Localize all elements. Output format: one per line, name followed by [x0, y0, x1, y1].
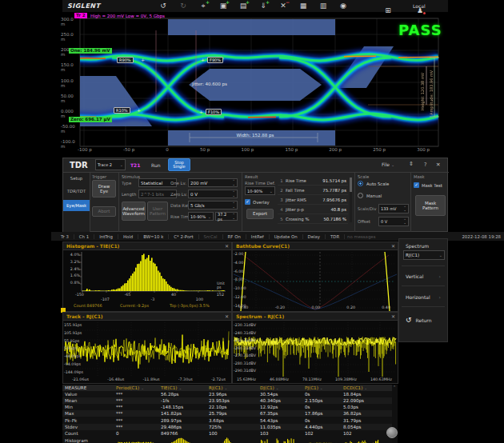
scale-div-stepper[interactable]: 133 mV ⌃⌄	[378, 204, 409, 214]
y-tick: -94.09ps	[64, 362, 83, 366]
stepper-arrows-icon[interactable]: ⌃⌄	[232, 214, 235, 218]
resize-icon[interactable]: ⇕	[409, 161, 414, 167]
return-button[interactable]: ↺ Return	[399, 314, 447, 325]
result-scrollbar[interactable]	[350, 178, 352, 222]
one-level-stepper[interactable]: 200 mV ⌃⌄	[188, 178, 238, 187]
y-tick: -2.00	[234, 252, 246, 256]
screenshot-icon[interactable]: ◉	[337, 1, 350, 10]
r90-marker: R90%	[117, 57, 134, 63]
column-header[interactable]: DCD(C1)⌄	[341, 385, 392, 390]
rise-time-def-select[interactable]: 10-90% ⌄	[188, 212, 214, 221]
result-group-label: Result	[245, 174, 258, 179]
run-button[interactable]: Run	[151, 162, 161, 168]
sidebar-item-horizontal[interactable]: Horizontal ›	[399, 292, 447, 301]
local-button[interactable]: Local	[413, 3, 426, 9]
abort-button[interactable]: Abort	[92, 206, 116, 217]
r10-cross: +	[137, 107, 141, 113]
close-icon[interactable]: ✕	[391, 313, 398, 319]
bathtub-panel-header: Bathtube Curve(C1) ✕	[232, 241, 398, 250]
add-trace-icon[interactable]: ▣ +	[217, 1, 230, 10]
user-pattern-button[interactable]: User Pattern	[147, 202, 168, 221]
overlay-checkbox[interactable]: ✓	[245, 199, 250, 205]
import-icon[interactable]: ⇓ +	[257, 1, 270, 10]
eye-x-tick: 100 p	[241, 147, 254, 152]
redo-icon[interactable]: ↻	[177, 1, 190, 10]
drag-handle-button[interactable]	[386, 427, 398, 438]
close-icon[interactable]: ✕	[225, 313, 231, 319]
help-icon[interactable]: ?	[424, 162, 426, 168]
status-item: IntTrig	[94, 234, 118, 239]
spectrum-x-axis: 15.63MHz46.88MHz78.13MHz109.38MHz140.63M…	[237, 377, 392, 381]
chevron-down-icon: ⌄	[391, 162, 394, 167]
stepper-arrows-icon[interactable]: ⌃⌄	[232, 191, 235, 196]
auto-scale-radio[interactable]	[358, 181, 363, 186]
mask-test-checkbox[interactable]: ✓	[414, 182, 419, 188]
scroll-up-icon[interactable]: ⌃	[393, 385, 396, 389]
chevron-down-icon: ⌄	[141, 386, 144, 390]
close-icon[interactable]: ✕	[436, 162, 440, 168]
stop-single-button[interactable]: Stop Single	[168, 158, 190, 171]
histogram-current: Current:-9.2ps	[120, 303, 149, 308]
x-tick: -0.40	[238, 305, 248, 309]
measure-row: Min *** -148.15ps 22.10ps 12.92ps 0s 5.0…	[62, 404, 392, 410]
eye-y-tick: 150.0 m	[61, 62, 78, 72]
tdr-dialog: TDR Trace 2 ⌄ T21 Run Stop Single File ⌄…	[62, 158, 448, 232]
rise-time-stepper[interactable]: 37.2 ps ⌃⌄	[215, 212, 238, 221]
param-label[interactable]: T21	[130, 162, 140, 168]
eye-y-tick: -50.00 m	[61, 124, 78, 134]
result-def-select[interactable]: 10-90% ⌄	[245, 186, 275, 195]
close-icon[interactable]: ✕	[225, 243, 231, 249]
app-window: SIGLENT ↺ ↻ ⌖ + ▣ + ▤ + ⇓ + ✕ − ▦ ▥	[0, 0, 504, 443]
print-icon[interactable]: ▥	[317, 1, 330, 10]
spectrum-source-select[interactable]: RJ(C1) ⌄	[403, 250, 445, 260]
column-header[interactable]: TIE(C1)⌄	[158, 385, 206, 390]
mask-group-label: Mask	[414, 174, 425, 179]
x-tick: 100	[196, 297, 203, 301]
x-tick: 0.00	[311, 305, 320, 309]
eye-y-axis: 300.0 m250.0 m200.0 m150.0 m100.0 m50.00…	[61, 17, 78, 149]
data-rate-stepper[interactable]: 5 Gb/s ⌃⌄	[188, 201, 238, 210]
stepper-arrows-icon[interactable]: ⌃⌄	[403, 206, 406, 211]
undo-icon[interactable]: ↺	[157, 1, 170, 10]
chevron-down-icon: ⌄	[320, 386, 323, 390]
delete-trace-icon[interactable]: ✕ −	[277, 1, 290, 10]
add-memory-icon[interactable]: ▤ +	[237, 1, 250, 10]
column-header[interactable]: Period(C1)⌄	[114, 385, 158, 390]
column-header[interactable]: DJ(C1)⌄	[258, 385, 302, 390]
manual-radio[interactable]	[358, 193, 363, 198]
auto-scale-label: Auto Scale	[366, 182, 389, 186]
trace-select[interactable]: Trace 2 ⌄	[95, 159, 126, 170]
trigger-group-label: Trigger	[92, 174, 106, 179]
tab-tdr-tdt[interactable]: TDR/TDT	[63, 189, 90, 194]
save-icon[interactable]: ▦	[297, 1, 310, 10]
column-header[interactable]: PJ(C1)⌄	[302, 385, 341, 390]
add-measure-icon[interactable]: ⌖ +	[197, 1, 210, 10]
tab-setup[interactable]: Setup	[63, 176, 90, 181]
eye-x-tick: 250 p	[373, 147, 386, 152]
advanced-waveform-button[interactable]: Advanced Waveform	[122, 202, 146, 221]
column-header[interactable]: RJ(C1)⌄	[206, 385, 258, 390]
sidebar-item-vertical[interactable]: Vertical ›	[399, 271, 447, 281]
zero-level-stepper[interactable]: 0 V ⌃⌄	[188, 190, 238, 198]
stepper-arrows-icon[interactable]: ⌃⌄	[232, 180, 235, 185]
eye-y-tick: -100.0 m	[61, 139, 78, 149]
sparkline-histogram	[116, 437, 154, 443]
rise-time-def-label: Rise Time Def.	[245, 181, 275, 186]
export-button[interactable]: Export	[246, 209, 274, 219]
status-item: Tr 3	[56, 234, 74, 239]
eye-x-tick: 150 p	[285, 147, 298, 152]
result-row: 1 Rise Time 91.5714 ps	[278, 176, 348, 186]
draw-eye-button[interactable]: Draw Eye	[92, 180, 116, 198]
expand-icon: ›	[439, 273, 441, 279]
file-menu[interactable]: File ⌄	[382, 162, 394, 167]
close-icon[interactable]: ✕	[391, 243, 398, 249]
status-item: Hold	[118, 234, 138, 239]
tab-eye-mask[interactable]: Eye/Mask	[63, 200, 90, 211]
stepper-arrows-icon[interactable]: ⌃⌄	[232, 202, 235, 207]
mask-pattern-button[interactable]: Mask Pattern	[415, 195, 446, 216]
f10-marker: F10%	[206, 109, 222, 115]
stepper-arrows-icon[interactable]: ⌃⌄	[403, 219, 406, 224]
x-tick: -2.72us	[211, 377, 226, 381]
y-tick: -290.31dBV	[234, 369, 256, 373]
offset-stepper[interactable]: 0 V ⌃⌄	[378, 217, 409, 226]
